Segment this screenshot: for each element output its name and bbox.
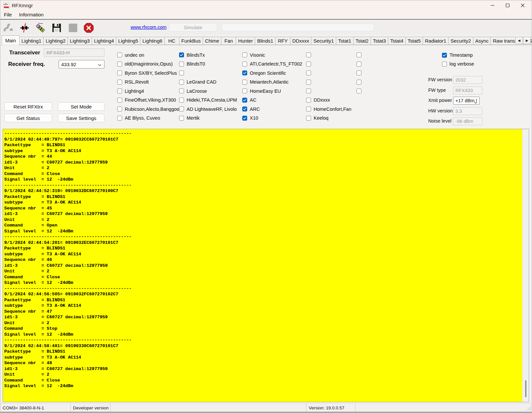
clear-eraser-icon[interactable] bbox=[34, 22, 46, 33]
tab-lighting6[interactable]: Lighting6 bbox=[140, 37, 165, 45]
protocol-item[interactable]: HomeEasy EU bbox=[242, 87, 302, 96]
resize-grip-icon[interactable] bbox=[527, 406, 531, 412]
protocol-item[interactable]: Visonic bbox=[242, 50, 302, 60]
protocol-item[interactable] bbox=[179, 69, 237, 78]
tab-lighting5[interactable]: Lighting5 bbox=[116, 37, 140, 45]
checkbox-icon[interactable] bbox=[306, 70, 311, 75]
protocol-item[interactable]: undec on bbox=[117, 50, 182, 60]
checkbox-icon[interactable] bbox=[117, 70, 122, 75]
checkbox-icon[interactable] bbox=[179, 70, 184, 75]
checkbox-icon[interactable] bbox=[306, 80, 311, 85]
tab-fan[interactable]: Fan bbox=[221, 37, 236, 45]
tab-security1[interactable]: Security1 bbox=[311, 37, 336, 45]
tab-scroll-right-icon[interactable]: ▶ bbox=[523, 37, 531, 44]
checkbox-icon[interactable] bbox=[117, 62, 122, 67]
rfxcom-link[interactable]: www.rfxcom.com bbox=[131, 25, 167, 30]
protocol-item[interactable]: AE Blyss, Cuveo bbox=[117, 114, 182, 123]
tab-funkbus[interactable]: FunkBus bbox=[179, 37, 203, 45]
receiver-freq-select[interactable]: 433.92 bbox=[59, 60, 104, 69]
protocol-item[interactable]: ARC bbox=[242, 105, 302, 114]
tab-tstat2[interactable]: Tstat2 bbox=[353, 37, 371, 45]
minimize-button[interactable] bbox=[485, 0, 500, 10]
checkbox-icon[interactable] bbox=[357, 88, 361, 93]
checkbox-icon[interactable] bbox=[179, 98, 184, 103]
log-output[interactable]: ----------------------------------------… bbox=[3, 129, 522, 402]
protocol-item[interactable]: LaCrosse bbox=[179, 87, 237, 96]
protocol-item[interactable]: Oregon Scientific bbox=[242, 69, 302, 78]
menu-information[interactable]: Information bbox=[15, 12, 47, 17]
checkbox-icon[interactable] bbox=[306, 62, 311, 67]
xmit-power-value[interactable]: +17 dBm ! bbox=[453, 97, 480, 105]
log-scrollbar[interactable] bbox=[522, 129, 529, 402]
checkbox-icon[interactable] bbox=[179, 116, 184, 121]
tab-main[interactable]: Main bbox=[2, 35, 20, 45]
protocol-item[interactable]: Rubicson,Alecto,Banggood bbox=[117, 105, 182, 114]
tab-radiator1[interactable]: Radiator1 bbox=[423, 37, 449, 45]
checkbox-checked-icon[interactable] bbox=[179, 52, 184, 57]
timestamp-option[interactable]: Timestamp bbox=[442, 52, 473, 58]
save-floppy-icon[interactable] bbox=[51, 22, 62, 33]
tab-ddxxxx[interactable]: DDxxxx bbox=[290, 37, 312, 45]
tab-tstat1[interactable]: Tstat1 bbox=[336, 37, 354, 45]
protocol-item[interactable] bbox=[306, 50, 351, 60]
tab-async[interactable]: Async bbox=[473, 37, 491, 45]
checkbox-icon[interactable] bbox=[306, 98, 311, 103]
protocol-item[interactable]: AD LightwaveRF, Livolo bbox=[179, 105, 237, 114]
close-button[interactable] bbox=[515, 0, 530, 10]
protocol-item[interactable] bbox=[306, 78, 351, 87]
protocol-item[interactable]: RSL,Revolt bbox=[117, 78, 182, 87]
checkbox-icon[interactable] bbox=[442, 62, 447, 67]
tab-scroll-left-icon[interactable]: ◀ bbox=[515, 37, 523, 44]
protocol-item[interactable]: AC bbox=[242, 96, 302, 105]
checkbox-checked-icon[interactable] bbox=[442, 53, 447, 58]
protocol-item[interactable] bbox=[357, 69, 361, 78]
protocol-item[interactable]: DDxxxx bbox=[306, 96, 351, 105]
tab-tstat5[interactable]: Tstat5 bbox=[405, 37, 423, 45]
checkbox-icon[interactable] bbox=[179, 80, 184, 85]
protocol-item[interactable]: Keeloq bbox=[306, 114, 351, 123]
set-mode-button[interactable]: Set Mode bbox=[58, 102, 104, 111]
protocol-item[interactable]: ATI,Cartelectr,TS_FT002 bbox=[242, 60, 302, 69]
checkbox-icon[interactable] bbox=[242, 62, 247, 67]
checkbox-icon[interactable] bbox=[242, 80, 247, 85]
checkbox-icon[interactable] bbox=[357, 70, 361, 75]
protocol-item[interactable]: old(Imagintronix,Opus) bbox=[117, 60, 182, 69]
tab-blinds1[interactable]: Blinds1 bbox=[255, 37, 275, 45]
log-scrollbar-thumb[interactable] bbox=[525, 380, 526, 397]
checkbox-checked-icon[interactable] bbox=[242, 116, 247, 121]
protocol-item[interactable] bbox=[306, 60, 351, 69]
checkbox-checked-icon[interactable] bbox=[242, 70, 247, 75]
checkbox-checked-icon[interactable] bbox=[242, 98, 247, 103]
protocol-item[interactable]: Lighting4 bbox=[117, 87, 182, 96]
tab-lighting2[interactable]: Lighting2 bbox=[43, 37, 68, 45]
checkbox-icon[interactable] bbox=[306, 88, 311, 93]
checkbox-icon[interactable] bbox=[179, 107, 184, 111]
tab-hc[interactable]: HC bbox=[164, 37, 179, 45]
log-verbose-option[interactable]: log verbose bbox=[442, 61, 474, 67]
protocol-item[interactable]: LeGrand CAD bbox=[179, 78, 237, 87]
protocol-item[interactable] bbox=[357, 87, 361, 96]
protocol-item[interactable] bbox=[306, 69, 351, 78]
protocol-item[interactable] bbox=[357, 50, 361, 60]
simulate-button[interactable]: Simulate bbox=[169, 23, 217, 31]
checkbox-icon[interactable] bbox=[117, 98, 122, 103]
tab-tstat4[interactable]: Tstat4 bbox=[388, 37, 406, 45]
protocol-item[interactable] bbox=[357, 60, 361, 69]
checkbox-icon[interactable] bbox=[117, 88, 122, 93]
checkbox-icon[interactable] bbox=[357, 80, 361, 85]
checkbox-icon[interactable] bbox=[357, 52, 361, 57]
protocol-item[interactable] bbox=[357, 78, 361, 87]
get-status-button[interactable]: Get Status bbox=[4, 114, 52, 122]
checkbox-icon[interactable] bbox=[306, 52, 311, 57]
tab-lighting3[interactable]: Lighting3 bbox=[67, 37, 92, 45]
checkbox-icon[interactable] bbox=[179, 62, 184, 67]
checkbox-icon[interactable] bbox=[242, 88, 247, 93]
tab-hunter[interactable]: Hunter bbox=[236, 37, 255, 45]
protocol-item[interactable]: Meiantech,Atlantic bbox=[242, 78, 302, 87]
protocol-item[interactable]: FineOffset,Viking,XT300 bbox=[117, 96, 182, 105]
tab-rfy[interactable]: RFY bbox=[275, 37, 290, 45]
checkbox-icon[interactable] bbox=[117, 107, 122, 111]
checkbox-icon[interactable] bbox=[306, 107, 311, 111]
checkbox-icon[interactable] bbox=[117, 80, 122, 85]
checkbox-icon[interactable] bbox=[306, 116, 311, 121]
